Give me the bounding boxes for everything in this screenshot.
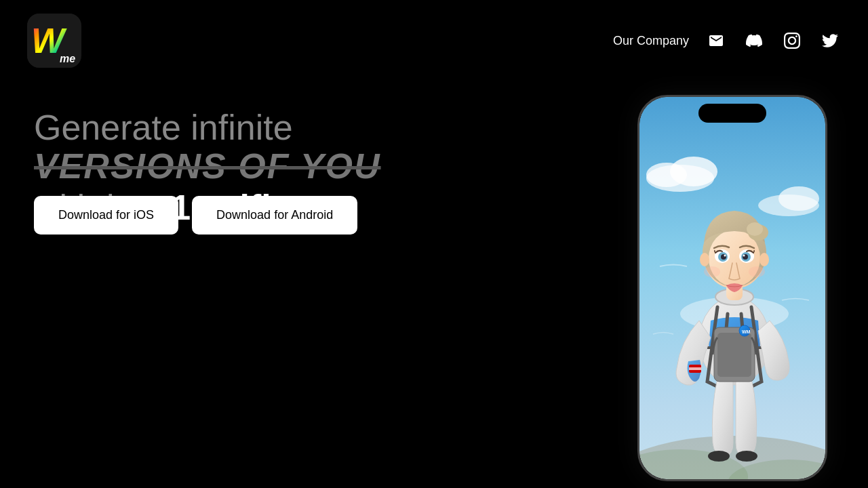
phone-content-svg: WM bbox=[639, 97, 825, 479]
twitter-icon[interactable] bbox=[819, 30, 841, 52]
svg-point-6 bbox=[646, 163, 687, 187]
headline-line2: VERSIONS OF YOU bbox=[34, 147, 407, 186]
phone-frame: WM bbox=[637, 95, 827, 481]
svg-text:WM: WM bbox=[742, 329, 751, 334]
svg-point-27 bbox=[760, 253, 769, 266]
email-icon[interactable] bbox=[705, 30, 727, 52]
svg-point-25 bbox=[747, 222, 763, 236]
cta-buttons: Download for iOS Download for Android bbox=[34, 196, 357, 235]
phone-image: WM bbox=[639, 97, 825, 479]
svg-point-26 bbox=[700, 253, 709, 266]
svg-rect-17 bbox=[689, 367, 701, 370]
phone-screen: WM bbox=[639, 97, 825, 479]
svg-point-8 bbox=[778, 186, 819, 211]
svg-point-31 bbox=[724, 255, 726, 257]
svg-point-36 bbox=[704, 266, 720, 277]
download-ios-button[interactable]: Download for iOS bbox=[34, 196, 178, 235]
svg-point-19 bbox=[736, 451, 757, 462]
hero-section: Generate infinite VERSIONS OF YOU with j… bbox=[0, 81, 868, 255]
svg-point-37 bbox=[749, 266, 765, 277]
svg-text:me: me bbox=[60, 53, 75, 64]
svg-point-35 bbox=[743, 255, 745, 257]
logo[interactable]: W me bbox=[27, 14, 81, 68]
phone-notch bbox=[698, 104, 766, 123]
svg-point-18 bbox=[708, 451, 730, 462]
our-company-link[interactable]: Our Company bbox=[613, 34, 689, 48]
main-nav: Our Company bbox=[613, 30, 841, 52]
discord-icon[interactable] bbox=[743, 30, 765, 52]
download-android-button[interactable]: Download for Android bbox=[192, 196, 357, 235]
svg-rect-39 bbox=[717, 333, 751, 377]
instagram-icon[interactable] bbox=[781, 30, 803, 52]
headline-line1: Generate infinite bbox=[34, 108, 407, 147]
phone-mockup: WM bbox=[637, 95, 827, 488]
